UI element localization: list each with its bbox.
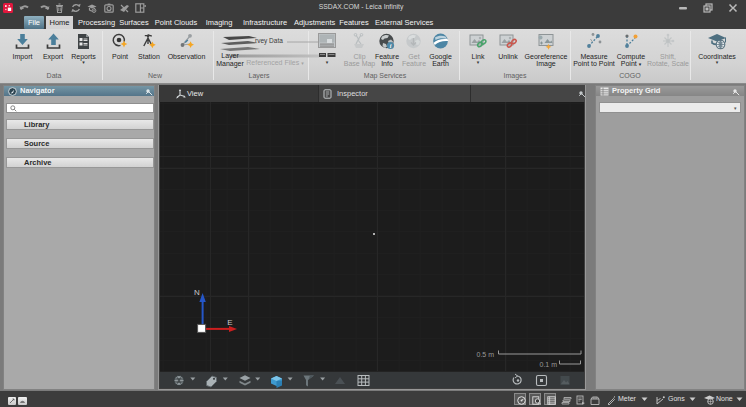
svg-text:0.5 m: 0.5 m [476, 351, 494, 358]
svg-text:rvey Data: rvey Data [255, 37, 283, 45]
svg-text:N: N [194, 288, 200, 297]
svg-text:0.1 m: 0.1 m [539, 361, 557, 368]
svg-text:E: E [227, 318, 232, 327]
